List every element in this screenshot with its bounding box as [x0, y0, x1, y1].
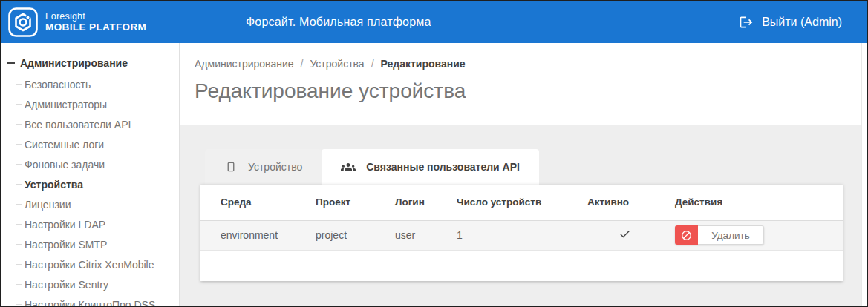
breadcrumb-current: Редактирование: [381, 58, 466, 70]
logout-label: Выйти (Admin): [762, 16, 842, 29]
sidebar-item-label: Настройки Sentry: [25, 279, 108, 291]
logo-text: Foresight MOBILE PLATFORM: [45, 11, 146, 33]
main-panel: Администрирование / Устройства / Редакти…: [180, 43, 861, 306]
cell-device-count: 1: [457, 220, 587, 250]
tab-linked-api-users-label: Связанные пользователи API: [366, 161, 520, 173]
delete-button[interactable]: Удалить: [675, 225, 764, 245]
content-area: Администрирование Безопасность Администр…: [1, 43, 867, 306]
breadcrumb-separator: /: [371, 58, 374, 70]
sidebar-item-licenses[interactable]: Лицензии: [16, 194, 179, 214]
column-actions: Действия: [675, 185, 843, 220]
sidebar-item-sentry-settings[interactable]: Настройки Sentry: [16, 274, 179, 294]
breadcrumb-devices[interactable]: Устройства: [310, 58, 364, 70]
column-device-count: Число устройств: [457, 185, 587, 220]
logout-button[interactable]: Выйти (Admin): [739, 15, 842, 30]
sidebar-item-label: Устройства: [25, 179, 83, 191]
logo-link[interactable]: Foresight MOBILE PLATFORM: [8, 7, 146, 37]
cell-project: project: [316, 220, 395, 250]
sidebar-item-label: Лицензии: [25, 199, 71, 211]
collapse-minus-icon[interactable]: [7, 62, 15, 64]
cell-active: [587, 220, 675, 250]
tab-device[interactable]: Устройство: [205, 149, 322, 185]
app-header: Foresight MOBILE PLATFORM Форсайт. Мобил…: [1, 1, 867, 43]
sidebar-item-devices[interactable]: Устройства: [16, 174, 179, 194]
sidebar-item-label: Все пользователи API: [25, 119, 131, 131]
page-title: Редактирование устройства: [195, 79, 861, 103]
column-environment: Среда: [200, 185, 316, 220]
sidebar-item-administrators[interactable]: Администраторы: [16, 94, 179, 114]
work-area: Устройство Связанные пользователи API: [180, 125, 861, 306]
delete-button-label: Удалить: [698, 225, 764, 245]
sidebar-item-label: Администраторы: [25, 99, 107, 110]
tab-device-label: Устройство: [248, 161, 302, 173]
sidebar-item-administration[interactable]: Администрирование: [1, 55, 179, 71]
tab-bar: Устройство Связанные пользователи API: [205, 149, 861, 185]
logo-line1: Foresight: [45, 11, 146, 22]
column-login: Логин: [395, 185, 457, 220]
cell-login: user: [395, 220, 457, 250]
sidebar-tree: Безопасность Администраторы Все пользова…: [16, 74, 179, 306]
page-head: Администрирование / Устройства / Редакти…: [180, 43, 861, 125]
sidebar-item-label: Настройки SMTP: [25, 239, 107, 251]
sidebar-item-label: Настройки КриптоПро DSS: [25, 299, 155, 307]
sidebar-item-label: Настройки Citrix XenMobile: [25, 259, 154, 271]
application-window: Foresight MOBILE PLATFORM Форсайт. Мобил…: [0, 0, 868, 307]
table-row: environment project user 1: [200, 220, 843, 250]
sidebar-nav: Администрирование Безопасность Администр…: [1, 43, 180, 306]
tab-linked-api-users[interactable]: Связанные пользователи API: [322, 149, 539, 185]
table-header-row: Среда Проект Логин Число устройств Актив…: [200, 185, 843, 220]
column-project: Проект: [316, 185, 395, 220]
logout-icon: [739, 15, 754, 30]
sidebar-item-citrix-settings[interactable]: Настройки Citrix XenMobile: [16, 254, 179, 274]
breadcrumb-separator: /: [301, 58, 304, 70]
logo-line2: MOBILE PLATFORM: [45, 22, 146, 33]
sidebar-item-background-tasks[interactable]: Фоновые задачи: [16, 154, 179, 174]
sidebar-item-ldap-settings[interactable]: Настройки LDAP: [16, 214, 179, 234]
sidebar-item-label: Настройки LDAP: [25, 219, 105, 231]
breadcrumb: Администрирование / Устройства / Редакти…: [195, 58, 861, 70]
sidebar-item-security[interactable]: Безопасность: [16, 74, 179, 94]
cell-environment: environment: [200, 220, 316, 250]
sidebar-item-cryptopro-settings[interactable]: Настройки КриптоПро DSS: [16, 294, 179, 306]
group-icon: [341, 159, 356, 174]
sidebar-item-system-logs[interactable]: Системные логи: [16, 134, 179, 154]
foresight-logo-icon: [8, 7, 38, 37]
sidebar-item-label: Безопасность: [25, 79, 91, 90]
block-icon: [675, 225, 698, 245]
column-active: Активно: [587, 185, 675, 220]
sidebar-item-api-users[interactable]: Все пользователи API: [16, 114, 179, 134]
api-users-card: Среда Проект Логин Число устройств Актив…: [200, 185, 843, 281]
sidebar-item-label: Фоновые задачи: [25, 159, 105, 171]
cell-actions: Удалить: [675, 220, 843, 250]
scrollbar-track[interactable]: [861, 43, 867, 306]
breadcrumb-administration[interactable]: Администрирование: [195, 58, 294, 70]
check-icon: [619, 228, 631, 240]
sidebar-item-smtp-settings[interactable]: Настройки SMTP: [16, 234, 179, 254]
sidebar-item-label: Системные логи: [25, 139, 104, 151]
app-title: Форсайт. Мобильная платформа: [246, 1, 431, 43]
device-icon: [224, 160, 238, 174]
sidebar-root-label: Администрирование: [20, 57, 128, 69]
api-users-table: Среда Проект Логин Число устройств Актив…: [200, 185, 843, 251]
